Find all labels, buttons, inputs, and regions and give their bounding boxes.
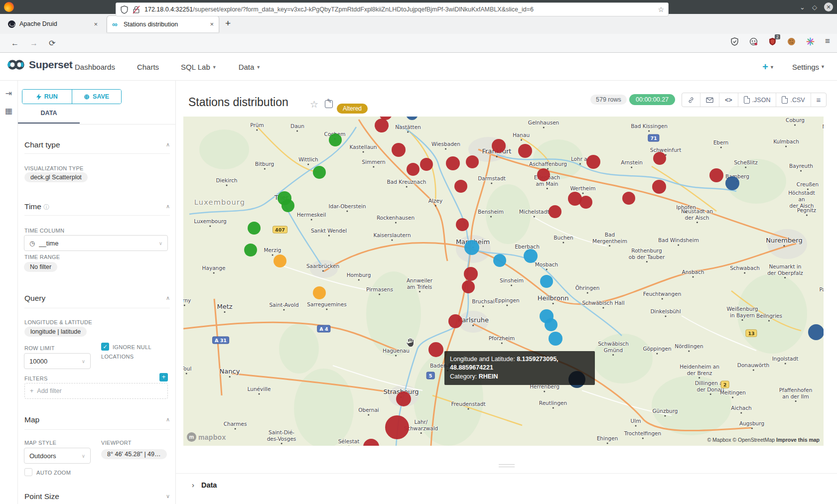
ignore-null-checkbox[interactable]: ✓ bbox=[101, 343, 109, 351]
url-bar[interactable]: 172.18.0.4:32251/superset/explore/?form_… bbox=[116, 2, 669, 16]
new-menu-button[interactable]: +▼ bbox=[762, 61, 774, 73]
ublock-icon[interactable]: 2 bbox=[768, 37, 777, 46]
containers-mask-icon[interactable] bbox=[749, 37, 758, 46]
map-point[interactable] bbox=[545, 318, 558, 331]
run-button[interactable]: RUN bbox=[22, 90, 72, 104]
map-point[interactable] bbox=[537, 168, 550, 181]
map-point[interactable] bbox=[652, 180, 666, 194]
window-minimize-icon[interactable]: ⌄ bbox=[800, 3, 805, 11]
data-panel-header[interactable]: › Data bbox=[192, 481, 217, 489]
map-point[interactable] bbox=[392, 143, 406, 157]
tab-stations-distribution[interactable]: ∞ Stations distribution × bbox=[107, 15, 219, 32]
viz-type-value[interactable]: deck.gl Scatterplot bbox=[24, 172, 88, 182]
map-point[interactable] bbox=[725, 176, 739, 190]
viewport-value[interactable]: 8° 46' 45.28" | 49… bbox=[101, 449, 167, 459]
navbar-item-dashboards[interactable]: Dashboards bbox=[75, 63, 115, 71]
add-filter-plus-button[interactable]: + bbox=[159, 373, 168, 381]
section-time[interactable]: Time ⓘ∧ bbox=[24, 202, 170, 212]
map-point[interactable] bbox=[456, 218, 469, 231]
map-point[interactable] bbox=[462, 280, 475, 293]
map-point[interactable] bbox=[385, 415, 409, 439]
map-point[interactable] bbox=[808, 324, 824, 340]
add-filter-field[interactable]: + Add filter bbox=[24, 383, 168, 399]
map-point[interactable] bbox=[622, 192, 635, 205]
map-point[interactable] bbox=[420, 158, 433, 171]
bookmark-star-icon[interactable]: ☆ bbox=[658, 5, 664, 13]
deckgl-scatter-map[interactable]: PrümDaunCochemNastättenGelnhausenBad Kis… bbox=[183, 117, 824, 446]
map-point[interactable] bbox=[549, 332, 562, 346]
insecure-lock-icon[interactable] bbox=[132, 5, 140, 14]
tab-close-icon[interactable]: × bbox=[210, 20, 214, 28]
expand-panel-icon[interactable]: ⇥ bbox=[0, 89, 17, 98]
map-point[interactable] bbox=[375, 119, 389, 132]
map-point[interactable] bbox=[549, 205, 561, 218]
map-style-select[interactable]: Outdoors ∨ bbox=[24, 448, 91, 464]
map-point[interactable] bbox=[454, 180, 467, 193]
section-map[interactable]: Map∧ bbox=[24, 415, 170, 424]
map-point[interactable] bbox=[407, 163, 419, 176]
row-limit-select[interactable]: 10000 ∨ bbox=[24, 353, 91, 369]
mapbox-logo[interactable]: m mapbox bbox=[187, 432, 226, 442]
edit-properties-icon[interactable] bbox=[325, 100, 333, 108]
section-point-size[interactable]: Point Size∨ bbox=[24, 492, 170, 501]
share-link-button[interactable] bbox=[682, 93, 700, 107]
window-close-icon[interactable]: ✕ bbox=[824, 2, 833, 11]
map-point[interactable] bbox=[709, 168, 723, 182]
map-point[interactable] bbox=[466, 155, 479, 168]
map-point[interactable] bbox=[313, 166, 326, 179]
map-point[interactable] bbox=[313, 286, 326, 299]
back-icon[interactable]: ← bbox=[11, 39, 19, 48]
favorite-star-icon[interactable]: ☆ bbox=[310, 99, 318, 110]
map-point[interactable] bbox=[464, 267, 478, 281]
section-query[interactable]: Query∧ bbox=[24, 294, 170, 303]
section-chart-type[interactable]: Chart type∧ bbox=[24, 140, 170, 149]
reload-icon[interactable]: ⟳ bbox=[49, 38, 55, 48]
tab-data[interactable]: DATA bbox=[18, 110, 80, 124]
settings-menu-button[interactable]: Settings▼ bbox=[792, 63, 825, 71]
navbar-item-sql-lab[interactable]: SQL Lab▼ bbox=[181, 63, 217, 71]
tab-close-icon[interactable]: × bbox=[94, 20, 98, 28]
map-point[interactable] bbox=[274, 254, 286, 267]
navbar-item-data[interactable]: Data▼ bbox=[239, 63, 261, 71]
improve-map-link[interactable]: Improve this map bbox=[776, 437, 820, 443]
map-attribution[interactable]: © Mapbox © OpenStreetMap Improve this ma… bbox=[707, 437, 820, 443]
map-point[interactable] bbox=[329, 133, 342, 146]
panel-resize-handle[interactable] bbox=[499, 464, 515, 469]
tracking-shield-icon[interactable] bbox=[120, 5, 129, 14]
auto-zoom-checkbox[interactable] bbox=[24, 468, 32, 476]
map-point[interactable] bbox=[396, 391, 411, 406]
dataset-grid-icon[interactable]: ▦ bbox=[0, 106, 17, 116]
map-point[interactable] bbox=[428, 342, 443, 357]
menu-icon[interactable]: ≡ bbox=[825, 36, 830, 46]
superset-brand[interactable]: Superset bbox=[7, 59, 72, 71]
navbar-item-charts[interactable]: Charts bbox=[137, 63, 159, 71]
email-button[interactable] bbox=[700, 93, 719, 107]
time-column-select[interactable]: ◷ __time ∨ bbox=[24, 235, 168, 251]
map-point[interactable] bbox=[493, 254, 506, 267]
map-point[interactable] bbox=[518, 144, 532, 158]
map-point[interactable] bbox=[244, 244, 257, 256]
window-maximize-icon[interactable]: ◇ bbox=[812, 3, 817, 11]
forward-icon[interactable]: → bbox=[30, 39, 38, 48]
pocket-shield-icon[interactable] bbox=[730, 37, 739, 46]
export-csv-button[interactable]: .CSV bbox=[776, 93, 811, 107]
map-point[interactable] bbox=[653, 152, 666, 165]
map-point[interactable] bbox=[448, 314, 462, 328]
map-point[interactable] bbox=[492, 139, 506, 153]
map-point[interactable] bbox=[464, 240, 479, 255]
save-button[interactable]: ⊕ SAVE bbox=[72, 90, 122, 104]
embed-code-button[interactable]: <> bbox=[719, 93, 738, 107]
lonlat-value[interactable]: longitude | latitude bbox=[24, 327, 87, 337]
map-point[interactable] bbox=[446, 156, 460, 170]
map-point[interactable] bbox=[586, 155, 600, 169]
map-point[interactable] bbox=[524, 249, 538, 263]
cookie-icon[interactable] bbox=[787, 37, 796, 46]
export-json-button[interactable]: .JSON bbox=[738, 93, 777, 107]
extension-asterisk-icon[interactable] bbox=[806, 37, 815, 46]
tab-apache-druid[interactable]: Apache Druid × bbox=[3, 15, 103, 32]
map-point[interactable] bbox=[248, 222, 261, 235]
map-point[interactable] bbox=[281, 199, 294, 212]
map-point[interactable] bbox=[579, 196, 592, 209]
map-point[interactable] bbox=[540, 275, 553, 288]
more-options-icon[interactable]: ≡ bbox=[811, 93, 827, 107]
